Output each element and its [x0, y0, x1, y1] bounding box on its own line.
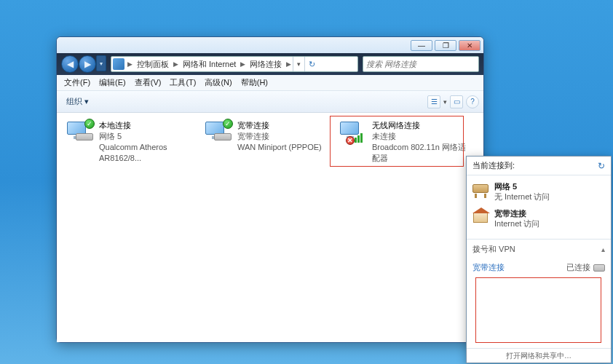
- breadcrumb-sep-icon: ▶: [285, 60, 293, 68]
- menu-view[interactable]: 查看(V): [130, 77, 166, 88]
- ppp-icon: ✓: [202, 120, 233, 149]
- preview-pane-button[interactable]: ▭: [450, 95, 463, 108]
- content-area[interactable]: ✓ 本地连接 网络 5 Qualcomm Atheros AR8162/8...…: [57, 113, 483, 342]
- network-flyout: 当前连接到: ↻ 网络 5 无 Internet 访问 宽带连接 Interne…: [466, 156, 612, 363]
- window-close-button[interactable]: ✕: [459, 40, 480, 51]
- connection-device: Qualcomm Atheros AR8162/8...: [99, 142, 199, 164]
- search-input[interactable]: 搜索 网络连接: [363, 56, 479, 72]
- dial-item-status: 已连接: [566, 262, 590, 273]
- organize-button[interactable]: 组织 ▾: [61, 94, 94, 109]
- connection-item-wireless[interactable]: ✕ 无线网络连接 未连接 Broadcom 802.11n 网络适配器: [337, 120, 472, 163]
- house-icon: [472, 208, 490, 224]
- connection-item-local[interactable]: ✓ 本地连接 网络 5 Qualcomm Atheros AR8162/8...: [64, 120, 199, 163]
- modem-icon: [593, 264, 605, 272]
- view-mode-button[interactable]: ☰: [427, 95, 440, 108]
- window-minimize-button[interactable]: —: [411, 40, 432, 51]
- connection-name: 宽带连接: [237, 120, 322, 131]
- nav-back-button[interactable]: ◀: [61, 55, 79, 73]
- menu-advanced[interactable]: 高级(N): [200, 77, 236, 88]
- park-bench-icon: [472, 181, 490, 197]
- flyout-network-name: 宽带连接: [494, 208, 539, 218]
- dial-item-name: 宽带连接: [472, 262, 505, 273]
- breadcrumb-sep-icon: ▶: [126, 60, 134, 68]
- address-bar: ◀ ▶ ▾ ▶ 控制面板 ▶ 网络和 Internet ▶ 网络连接 ▶ ▾ ↻…: [57, 53, 483, 75]
- connection-status: 未连接: [372, 131, 472, 142]
- connection-device: WAN Miniport (PPPOE): [237, 142, 322, 153]
- flyout-network-item[interactable]: 宽带连接 Internet 访问: [472, 205, 605, 232]
- breadcrumb-dropdown[interactable]: ▾: [293, 57, 304, 71]
- ethernet-icon: ✓: [64, 120, 95, 149]
- connection-item-broadband[interactable]: ✓ 宽带连接 宽带连接 WAN Miniport (PPPOE): [202, 120, 337, 153]
- menu-bar: 文件(F) 编辑(E) 查看(V) 工具(T) 高级(N) 帮助(H): [57, 75, 483, 91]
- toolbar: 组织 ▾ ☰ ▾ ▭ ?: [57, 91, 483, 113]
- status-check-icon: ✓: [223, 119, 233, 129]
- wifi-icon: ✕: [337, 120, 368, 149]
- flyout-network-item[interactable]: 网络 5 无 Internet 访问: [472, 178, 605, 205]
- flyout-dial-item[interactable]: 宽带连接 已连接: [467, 259, 611, 276]
- breadcrumb-item[interactable]: 网络连接: [247, 57, 285, 71]
- flyout-section-header[interactable]: 拨号和 VPN ▴: [467, 240, 611, 259]
- flyout-network-name: 网络 5: [494, 181, 550, 191]
- nav-forward-button[interactable]: ▶: [79, 55, 96, 73]
- breadcrumb[interactable]: ▶ 控制面板 ▶ 网络和 Internet ▶ 网络连接 ▶ ▾ ↻: [111, 56, 358, 72]
- organize-label: 组织: [66, 96, 82, 107]
- breadcrumb-refresh-button[interactable]: ↻: [304, 57, 319, 71]
- chevron-up-icon: ▴: [601, 245, 605, 253]
- flyout-network-status: 无 Internet 访问: [494, 191, 550, 202]
- flyout-footer-link[interactable]: 打开网络和共享中…: [467, 348, 611, 363]
- menu-edit[interactable]: 编辑(E): [95, 77, 130, 88]
- flyout-section-label: 拨号和 VPN: [472, 244, 515, 255]
- connection-name: 无线网络连接: [372, 120, 472, 131]
- highlight-annotation: [475, 277, 601, 343]
- status-check-icon: ✓: [84, 119, 95, 129]
- menu-help[interactable]: 帮助(H): [237, 77, 272, 88]
- connection-status: 宽带连接: [237, 131, 322, 142]
- breadcrumb-sep-icon: ▶: [239, 60, 247, 68]
- breadcrumb-sep-icon: ▶: [172, 60, 180, 68]
- connection-name: 本地连接: [99, 120, 199, 131]
- breadcrumb-item[interactable]: 网络和 Internet: [180, 57, 239, 71]
- search-placeholder: 搜索 网络连接: [366, 59, 416, 70]
- flyout-network-status: Internet 访问: [494, 218, 539, 229]
- connection-device: Broadcom 802.11n 网络适配器: [372, 142, 472, 164]
- help-button[interactable]: ?: [466, 95, 479, 108]
- menu-tools[interactable]: 工具(T): [165, 77, 200, 88]
- chevron-down-icon[interactable]: ▾: [443, 98, 447, 106]
- nav-history-dropdown[interactable]: ▾: [96, 55, 106, 71]
- connection-status: 网络 5: [99, 131, 199, 142]
- chevron-down-icon: ▾: [84, 97, 89, 106]
- refresh-button[interactable]: ↻: [598, 161, 605, 171]
- flyout-title: 当前连接到:: [472, 160, 515, 171]
- window-maximize-button[interactable]: ❐: [435, 40, 456, 51]
- window-titlebar[interactable]: — ❐ ✕: [57, 37, 483, 53]
- breadcrumb-root-icon[interactable]: [113, 58, 124, 70]
- menu-file[interactable]: 文件(F): [60, 77, 95, 88]
- flyout-header: 当前连接到: ↻: [467, 157, 611, 175]
- status-error-icon: ✕: [346, 136, 355, 145]
- flyout-footer-label: 打开网络和共享中…: [506, 351, 572, 361]
- breadcrumb-item[interactable]: 控制面板: [134, 57, 172, 71]
- explorer-window: — ❐ ✕ ◀ ▶ ▾ ▶ 控制面板 ▶ 网络和 Internet ▶ 网络连接…: [56, 36, 484, 343]
